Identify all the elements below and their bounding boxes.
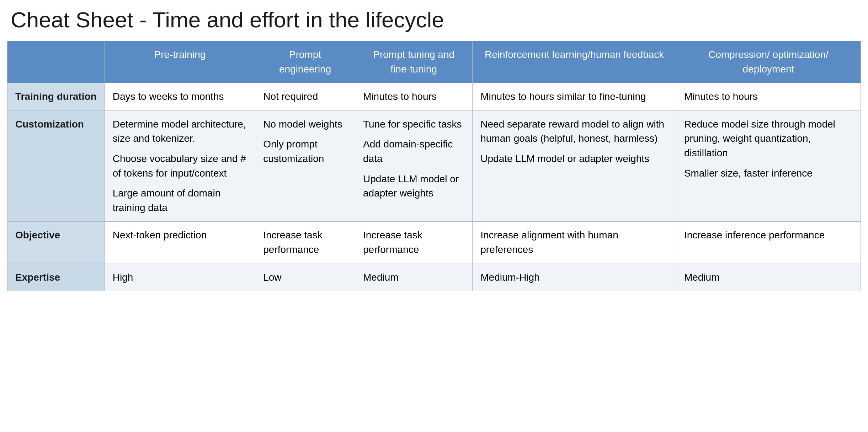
header-col-2: Prompt engineering — [255, 41, 355, 83]
cell-r3-c0: High — [105, 264, 255, 291]
table-row: Training durationDays to weeks to months… — [7, 83, 861, 111]
row-label-0: Training duration — [7, 83, 105, 111]
cell-r3-c2: Medium — [355, 264, 473, 291]
cell-r1-c0: Determine model architecture, size and t… — [105, 110, 255, 222]
cell-r3-c1: Low — [255, 264, 355, 291]
page-title: Cheat Sheet - Time and effort in the lif… — [7, 7, 861, 32]
main-table: Pre-training Prompt engineering Prompt t… — [7, 41, 861, 291]
cell-r1-c4: Reduce model size through model pruning,… — [676, 110, 861, 222]
row-label-3: Expertise — [7, 264, 105, 291]
cell-r3-c3: Medium-High — [473, 264, 676, 291]
cell-r1-c2: Tune for specific tasksAdd domain-specif… — [355, 110, 473, 222]
cell-r2-c4: Increase inference performance — [676, 222, 861, 264]
cell-r0-c0: Days to weeks to months — [105, 83, 255, 111]
table-row: ExpertiseHighLowMediumMedium-HighMedium — [7, 264, 861, 291]
header-col-0 — [7, 41, 105, 83]
cell-r2-c2: Increase task performance — [355, 222, 473, 264]
header-col-4: Reinforcement learning/human feedback — [473, 41, 676, 83]
cell-r0-c1: Not required — [255, 83, 355, 111]
cell-r1-c1: No model weightsOnly prompt customizatio… — [255, 110, 355, 222]
cell-r0-c2: Minutes to hours — [355, 83, 473, 111]
cell-r0-c3: Minutes to hours similar to fine-tuning — [473, 83, 676, 111]
cell-r2-c3: Increase alignment with human preference… — [473, 222, 676, 264]
header-col-3: Prompt tuning and fine-tuning — [355, 41, 473, 83]
cell-r0-c4: Minutes to hours — [676, 83, 861, 111]
table-header-row: Pre-training Prompt engineering Prompt t… — [7, 41, 861, 83]
table-row: CustomizationDetermine model architectur… — [7, 110, 861, 222]
cell-r3-c4: Medium — [676, 264, 861, 291]
row-label-1: Customization — [7, 110, 105, 222]
cell-r1-c3: Need separate reward model to align with… — [473, 110, 676, 222]
cell-r2-c0: Next-token prediction — [105, 222, 255, 264]
header-col-5: Compression/ optimization/ deployment — [676, 41, 861, 83]
table-row: ObjectiveNext-token predictionIncrease t… — [7, 222, 861, 264]
cell-r2-c1: Increase task performance — [255, 222, 355, 264]
header-col-1: Pre-training — [105, 41, 255, 83]
row-label-2: Objective — [7, 222, 105, 264]
